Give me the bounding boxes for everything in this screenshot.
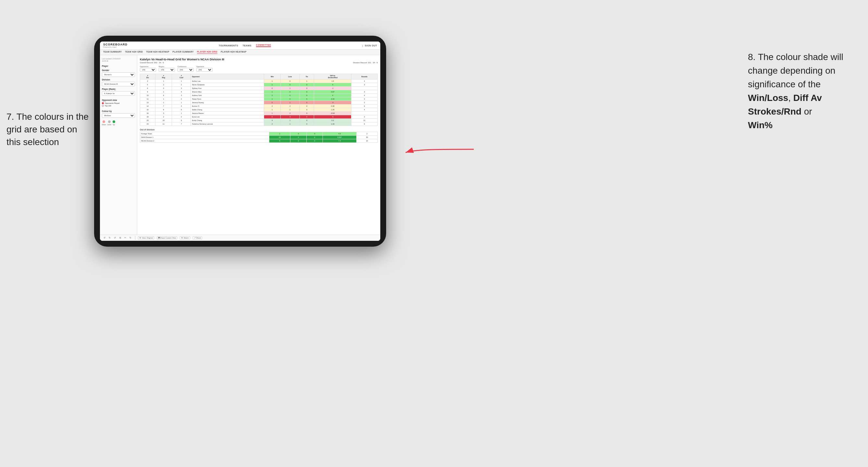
ood-cell-win: 15 — [269, 136, 290, 139]
cell-div: 10 — [140, 94, 155, 97]
share-button[interactable]: ↗ Share — [193, 236, 203, 240]
nav-committee[interactable]: COMMITTEE — [256, 44, 271, 47]
cell-loss: 0 — [280, 83, 300, 87]
sign-out-link[interactable]: Sign out — [365, 44, 377, 47]
cell-tie: 0 — [300, 122, 314, 126]
sub-nav-player-h2h-heatmap[interactable]: PLAYER H2H HEATMAP — [221, 51, 246, 54]
sub-nav-team-h2h-heatmap[interactable]: TEAM H2H HEATMAP — [146, 51, 169, 54]
radio-group: Opponents Played Top 100 — [102, 102, 135, 107]
cell-div: 14 — [140, 104, 155, 108]
cell-rounds: 11 — [351, 119, 378, 122]
cell-div: 6 — [140, 87, 155, 90]
share-label: Share — [196, 237, 201, 239]
cell-tie: 0 — [300, 115, 314, 119]
ood-cell-win: 5 — [269, 139, 290, 143]
cell-loss: 0 — [280, 90, 300, 94]
cell-tie: 0 — [300, 87, 314, 90]
watch-button[interactable]: 👁 Watch — [180, 236, 190, 240]
cell-reg: 8 — [155, 108, 172, 112]
save-custom-button[interactable]: 💾 Save Custom View — [157, 236, 177, 240]
legend-down-label: Down — [102, 124, 106, 126]
nav-teams[interactable]: TEAMS — [243, 44, 251, 47]
cell-diff: 1.5 — [314, 80, 351, 83]
cell-diff: 0.3 — [314, 119, 351, 122]
ood-table-row: Foreign Team 1 0 0 4.5 2 — [140, 132, 378, 136]
player-section-title: Player — [102, 65, 135, 67]
table-row: 15 8 5 Stella Cheng 1 1 0 1.25 4 — [140, 108, 378, 112]
conference-filter-select[interactable]: (All) — [178, 68, 194, 72]
ood-cell-diff: 4.5 — [323, 132, 356, 136]
view-original-button[interactable]: 👁 View: Original — [138, 236, 154, 240]
opponent-filter-label: Opponent — [196, 66, 213, 67]
undo-icon[interactable]: ↺ — [102, 236, 106, 240]
nav-tournaments[interactable]: TOURNAMENTS — [219, 44, 238, 47]
sub-nav-player-summary[interactable]: PLAYER SUMMARY — [173, 51, 194, 54]
cell-rounds — [351, 87, 378, 90]
ood-cell-opponent: NAIA Division 1 — [140, 136, 269, 139]
colour-by-select[interactable]: Win/loss — [102, 113, 135, 118]
opponents-filter-select[interactable]: (All) — [140, 68, 156, 72]
table-row: 3 1 1 Esther Lee 1 0 1 1.5 4 — [140, 80, 378, 83]
opponents-played-radio[interactable]: Opponents Played — [102, 102, 135, 104]
cell-conf: 7 — [172, 122, 191, 126]
cell-rounds: 4 — [351, 108, 378, 112]
cell-diff: 4 — [314, 83, 351, 87]
cell-rounds: 3 — [351, 97, 378, 101]
cell-conf: 1 — [172, 112, 191, 115]
player-rank-select[interactable]: 8. Katelyn Vo — [102, 91, 135, 96]
col-loss: Loss — [280, 74, 300, 80]
cell-reg: 3 — [155, 112, 172, 115]
cell-opponent: Eunice Yi — [191, 104, 264, 108]
cut-icon[interactable]: ✂ — [123, 236, 127, 240]
division-select[interactable]: NCAA Division III — [102, 82, 135, 86]
cell-reg: 1 — [155, 80, 172, 83]
copy-icon[interactable]: ⧉ — [118, 236, 122, 240]
ood-cell-rounds: 30 — [356, 136, 377, 139]
save-icon: 💾 — [158, 237, 160, 239]
region-filter-select[interactable]: (All) — [159, 68, 175, 72]
sub-nav-player-h2h-grid[interactable]: PLAYER H2H GRID — [197, 51, 217, 54]
cell-loss: 1 — [280, 119, 300, 122]
redo-left-icon[interactable]: ↻ — [108, 236, 112, 240]
redo-right-icon[interactable]: ↺ — [113, 236, 117, 240]
ood-cell-tie: 0 — [307, 136, 323, 139]
table-row: 13 1 1 Jessica Huang 0 1 0 -3 2 — [140, 101, 378, 104]
top-100-radio[interactable]: Top 100 — [102, 105, 135, 107]
legend-level: Level — [107, 120, 111, 126]
ood-cell-diff: 9.267 — [323, 136, 356, 139]
cell-opponent: Euna Lee — [191, 115, 264, 119]
cell-diff: 3.33 — [314, 97, 351, 101]
ood-cell-loss: 0 — [290, 139, 307, 143]
cell-div: 13 — [140, 101, 155, 104]
cell-tie: 1 — [300, 80, 314, 83]
sub-nav-team-summary[interactable]: TEAM SUMMARY — [103, 51, 122, 54]
opponents-played-radio-dot — [102, 102, 104, 104]
ood-cell-diff: 7.4 — [323, 139, 356, 143]
refresh-icon[interactable]: ↻ — [128, 236, 132, 240]
sub-nav-team-h2h-grid[interactable]: TEAM H2H GRID — [125, 51, 143, 54]
cell-conf: 2 — [172, 83, 191, 87]
out-of-division-header: Out of division — [140, 128, 378, 131]
left-panel: Last Updated: 27/03/2024 16:55:38 Player… — [100, 55, 137, 235]
col-diff: Diff AvStrokes/Rnd — [314, 74, 351, 80]
gender-select[interactable]: Women's — [102, 72, 135, 77]
cell-loss: 3 — [280, 115, 300, 119]
cell-loss: 1 — [280, 108, 300, 112]
save-custom-label: Save Custom View — [161, 237, 176, 239]
cell-tie: 0 — [300, 108, 314, 112]
cell-div: 20 — [140, 119, 155, 122]
ood-cell-opponent: NCAA Division 2 — [140, 139, 269, 143]
opponent-filter-select[interactable]: (All) — [196, 68, 213, 72]
out-of-division-table: Foreign Team 1 0 0 4.5 2 NAIA Division 1… — [140, 132, 378, 143]
overall-record: Overall Record: 353 - 34 - 6 — [140, 62, 164, 64]
top-100-label: Top 100 — [105, 105, 111, 107]
cell-reg: 3 — [155, 87, 172, 90]
cell-win: 1 — [264, 112, 280, 115]
record-line: Overall Record: 353 - 34 - 6 Division Re… — [140, 62, 378, 64]
table-row: 14 7 4 Eunice Yi 2 2 0 0.38 9 — [140, 104, 378, 108]
cell-rounds: 2 — [351, 115, 378, 119]
cell-reg: 1 — [155, 97, 172, 101]
cell-win: 2 — [264, 122, 280, 126]
annotation-right-bold1: Win/Loss — [748, 93, 788, 103]
cell-rounds: 6 — [351, 122, 378, 126]
